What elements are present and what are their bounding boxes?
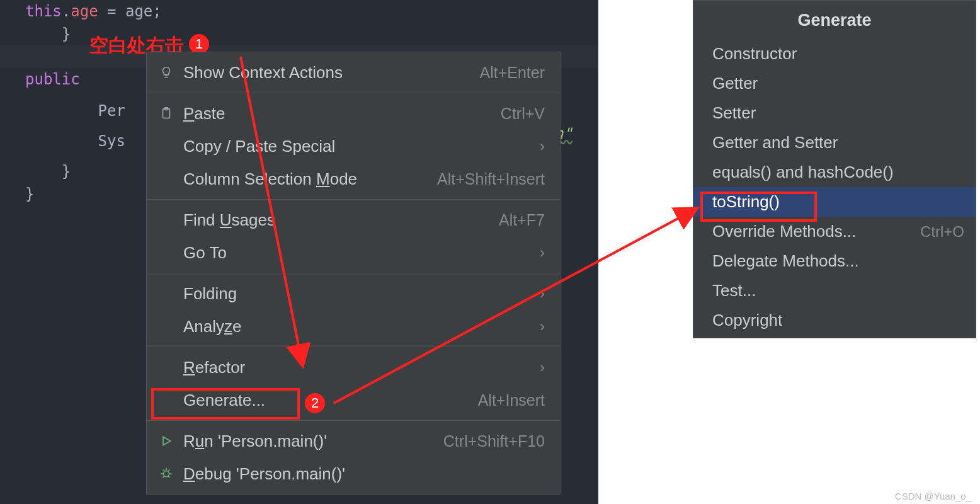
menu-separator <box>147 93 560 93</box>
menu-shortcut: Alt+Enter <box>479 64 545 82</box>
chevron-right-icon: › <box>540 358 545 376</box>
menu-label: Refactor <box>183 358 540 377</box>
popup-item-test[interactable]: Test... <box>693 276 976 306</box>
menu-separator <box>147 199 560 200</box>
run-icon <box>157 432 176 450</box>
clipboard-icon <box>157 104 176 123</box>
popup-item-delegate-methods[interactable]: Delegate Methods... <box>693 246 976 276</box>
popup-item-constructor[interactable]: Constructor <box>693 39 976 69</box>
menu-label: Go To <box>183 243 540 263</box>
menu-item-go-to[interactable]: Go To › <box>147 236 560 269</box>
svg-line-7 <box>168 470 170 472</box>
svg-line-8 <box>163 476 165 478</box>
debug-icon <box>157 464 176 483</box>
popup-title: Generate <box>693 3 976 39</box>
popup-item-setter[interactable]: Setter <box>693 98 976 128</box>
menu-item-folding[interactable]: Folding › <box>147 277 560 310</box>
popup-item-copyright[interactable]: Copyright <box>693 306 976 335</box>
menu item-refactor[interactable]: Refactor › <box>147 351 560 384</box>
menu-separator <box>147 273 560 273</box>
menu-label: Find Usages <box>183 210 499 230</box>
menu-item-show-context-actions[interactable]: Show Context Actions Alt+Enter <box>147 56 560 89</box>
svg-line-9 <box>168 476 170 478</box>
menu-label: Run 'Person.main()' <box>183 432 443 451</box>
svg-line-6 <box>163 470 165 472</box>
menu-item-copy-paste-special[interactable]: Copy / Paste Special › <box>147 130 560 163</box>
chevron-right-icon: › <box>540 318 545 335</box>
menu-label: Copy / Paste Special <box>183 137 540 156</box>
menu-label: Paste <box>183 104 501 123</box>
menu-label: Column Selection Mode <box>183 169 437 189</box>
chevron-right-icon: › <box>540 285 545 302</box>
menu-label: Debug 'Person.main()' <box>183 464 545 484</box>
editor-context-menu: Show Context Actions Alt+Enter Paste Ctr… <box>146 52 561 495</box>
menu-shortcut: Alt+Shift+Insert <box>437 170 545 188</box>
popup-item-equals-hashcode[interactable]: equals() and hashCode() <box>693 158 976 187</box>
menu-item-analyze[interactable]: Analyze › <box>147 310 560 343</box>
menu-separator <box>147 420 560 421</box>
popup-item-getter-and-setter[interactable]: Getter and Setter <box>693 128 976 158</box>
popup-item-getter[interactable]: Getter <box>693 69 976 98</box>
annotation-box-tostring <box>700 192 817 222</box>
generate-popup: Generate Constructor Getter Setter Gette… <box>693 0 976 338</box>
menu-item-run[interactable]: Run 'Person.main()' Ctrl+Shift+F10 <box>147 425 560 457</box>
menu-label: Show Context Actions <box>183 63 479 83</box>
menu-item-paste[interactable]: Paste Ctrl+V <box>147 97 560 130</box>
watermark: CSDN @Yuan_o_ <box>895 491 971 501</box>
menu-shortcut: Ctrl+V <box>501 105 545 123</box>
menu-label: Analyze <box>183 317 540 336</box>
menu-separator <box>147 346 560 347</box>
menu-item-column-selection[interactable]: Column Selection Mode Alt+Shift+Insert <box>147 163 560 195</box>
menu-shortcut: Ctrl+Shift+F10 <box>443 432 545 450</box>
bulb-icon <box>157 63 176 82</box>
menu-item-find-usages[interactable]: Find Usages Alt+F7 <box>147 203 560 236</box>
chevron-right-icon: › <box>540 137 545 155</box>
svg-point-2 <box>163 471 169 476</box>
menu-shortcut: Alt+Insert <box>478 391 545 410</box>
menu-shortcut: Alt+F7 <box>499 211 545 229</box>
annotation-badge-2: 2 <box>305 393 325 413</box>
chevron-right-icon: › <box>540 244 545 261</box>
annotation-box-generate <box>151 388 300 420</box>
menu-item-debug[interactable]: Debug 'Person.main()' <box>147 457 560 490</box>
code-line: this.age = age; <box>0 0 598 23</box>
menu-label: Folding <box>183 284 540 304</box>
